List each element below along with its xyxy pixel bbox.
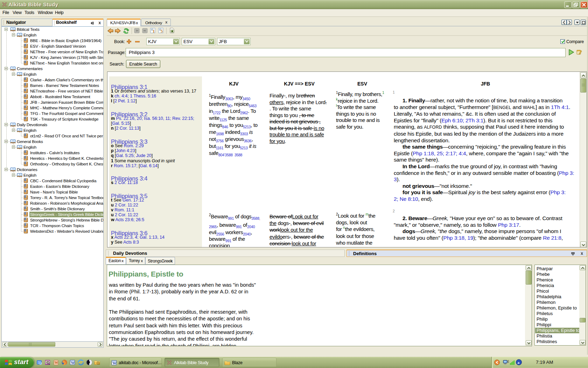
svg-text:W: W [71,361,75,365]
svg-text:W: W [113,361,117,365]
svg-text:W: W [55,361,58,364]
svg-text:a: a [518,360,520,364]
